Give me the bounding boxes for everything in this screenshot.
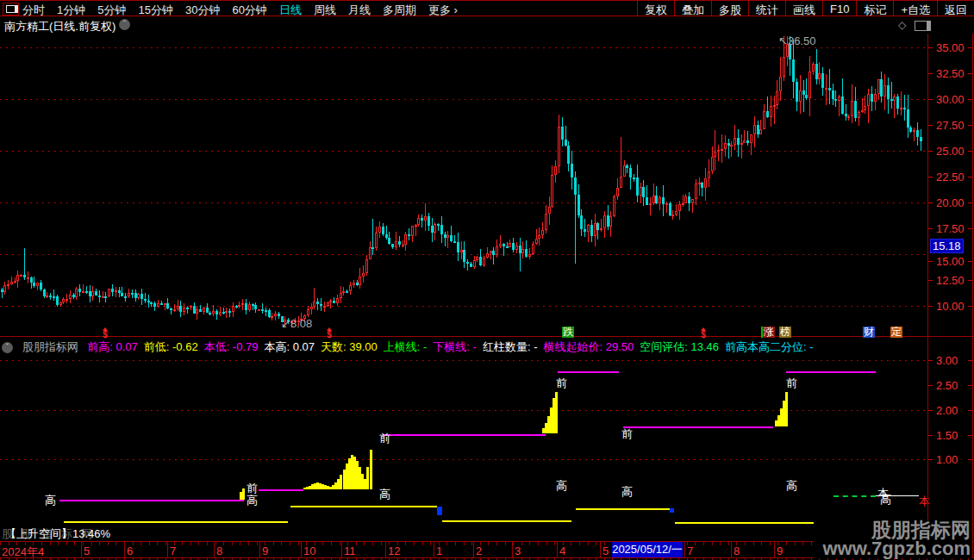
candle-up xyxy=(776,91,778,105)
period-menu-item[interactable]: 1分钟 xyxy=(57,3,85,16)
candle-down xyxy=(503,244,505,246)
candle-down xyxy=(796,82,798,102)
period-menu-item[interactable]: 月线 xyxy=(348,3,371,16)
candle-down xyxy=(450,235,453,241)
tool-menu-item[interactable]: 统计 xyxy=(748,1,785,16)
low-level-line xyxy=(64,521,288,523)
candle-down xyxy=(887,85,890,99)
candle-wick xyxy=(265,308,266,316)
low-arrow-icon: ↙ xyxy=(281,317,290,330)
candle-up xyxy=(548,207,551,214)
diamond-icon[interactable]: ◇ xyxy=(898,19,906,31)
candle-up xyxy=(535,239,538,244)
event-badge[interactable]: 定 xyxy=(890,327,902,338)
chevron-down-icon[interactable]: ˇ xyxy=(119,19,130,30)
dollar-icon: $ xyxy=(101,331,109,339)
tool-menu-item[interactable]: 叠加 xyxy=(674,1,711,16)
candle-down xyxy=(669,203,671,215)
tool-menu-item[interactable]: 画线 xyxy=(785,1,822,16)
up-space-label: 【上升空间】13.46% xyxy=(5,526,110,542)
prev-high-line xyxy=(59,500,244,501)
tool-menu-item[interactable]: 多股 xyxy=(711,1,748,16)
yellow-histogram-bar xyxy=(370,450,372,489)
period-menu-item[interactable]: 周线 xyxy=(314,3,336,16)
period-menu-item[interactable]: 60分钟 xyxy=(232,3,266,16)
axis-tick xyxy=(928,261,933,262)
candle-down xyxy=(453,241,456,243)
candle-up xyxy=(340,293,342,298)
window-icon[interactable] xyxy=(3,3,19,16)
candle-wick xyxy=(520,238,521,271)
indicator-text-label: 前 xyxy=(379,432,390,444)
event-badge[interactable]: 榜 xyxy=(779,327,791,338)
tools-menu: 复权叠加多股统计画线F10标记+自选返回 xyxy=(637,1,974,16)
tool-menu-item[interactable]: F10 xyxy=(822,1,856,16)
event-badge[interactable]: 跌 xyxy=(562,327,574,338)
candle-up xyxy=(271,316,273,318)
candle-wick xyxy=(262,303,263,314)
candle-down xyxy=(186,308,189,309)
candle-up xyxy=(838,96,840,101)
candle-up xyxy=(91,291,94,296)
candle-up xyxy=(818,73,821,79)
candle-up xyxy=(538,235,540,239)
candle-up xyxy=(532,244,534,254)
candle-up xyxy=(864,106,866,110)
current-high-dashed-line xyxy=(834,495,876,497)
axis-tick xyxy=(928,151,933,152)
tool-menu-item[interactable]: 复权 xyxy=(637,1,674,16)
event-badge[interactable]: 涨 xyxy=(761,327,775,338)
candle-down xyxy=(254,305,257,309)
period-menu-item[interactable]: 更多 › xyxy=(428,3,458,16)
candle-up xyxy=(515,246,518,250)
candle-down xyxy=(153,303,156,307)
period-menu-item[interactable]: 多周期 xyxy=(383,3,416,16)
tool-menu-item[interactable]: +自选 xyxy=(893,1,937,16)
selected-date-box: 2025/05/12/一 xyxy=(612,542,683,557)
period-menu-item[interactable]: 分时 xyxy=(22,3,45,16)
candle-up xyxy=(7,284,9,286)
candle-down xyxy=(792,59,795,82)
candle-up xyxy=(900,108,902,109)
period-menu-item[interactable]: 30分钟 xyxy=(185,3,220,16)
candle-down xyxy=(766,111,769,117)
axis-tick xyxy=(928,47,933,48)
candle-wick xyxy=(865,96,865,114)
event-badge[interactable]: 财 xyxy=(863,327,875,338)
candle-up xyxy=(743,140,746,143)
chart-title-bar: 南方精工(日线.前复权) ˇ ◇ xyxy=(0,16,974,34)
candle-down xyxy=(578,195,580,215)
candle-down xyxy=(746,140,749,143)
period-menu-item[interactable]: 日线 xyxy=(279,3,302,16)
candle-up xyxy=(587,225,590,232)
candle-down xyxy=(457,242,459,252)
panel-layout-icon[interactable] xyxy=(915,21,931,31)
candle-wick xyxy=(774,96,775,124)
candle-wick xyxy=(447,231,448,248)
candle-down xyxy=(584,229,586,232)
candle-up xyxy=(183,308,185,312)
signal-marker-dollar[interactable]: $ xyxy=(325,327,334,339)
tool-menu-item[interactable]: 返回 xyxy=(937,1,974,16)
candle-up xyxy=(558,127,560,166)
period-menu-item[interactable]: 5分钟 xyxy=(97,3,126,16)
candle-up xyxy=(27,277,29,279)
tool-menu-item[interactable]: 标记 xyxy=(856,1,893,16)
period-menu-item[interactable]: 15分钟 xyxy=(138,3,172,16)
signal-marker-dollar[interactable]: $ xyxy=(699,327,708,339)
indicator-text-label: 前 xyxy=(556,377,567,389)
axis-tick xyxy=(928,360,933,361)
main-candlestick-chart[interactable]: 35.0032.5030.0027.5025.0022.5020.0017.50… xyxy=(0,34,974,337)
candle-up xyxy=(678,204,681,211)
candle-up xyxy=(378,227,381,233)
candle-down xyxy=(95,291,97,296)
indicator-text-label: 高 xyxy=(379,488,390,500)
candle-down xyxy=(920,137,922,141)
date-label: 5 xyxy=(603,544,609,557)
candle-up xyxy=(241,303,244,305)
price-axis-label: 20.00 xyxy=(936,196,965,209)
candle-up xyxy=(424,216,427,221)
candle-down xyxy=(78,289,81,292)
signal-marker-dollar[interactable]: $ xyxy=(101,327,109,339)
month-tick xyxy=(434,542,434,557)
